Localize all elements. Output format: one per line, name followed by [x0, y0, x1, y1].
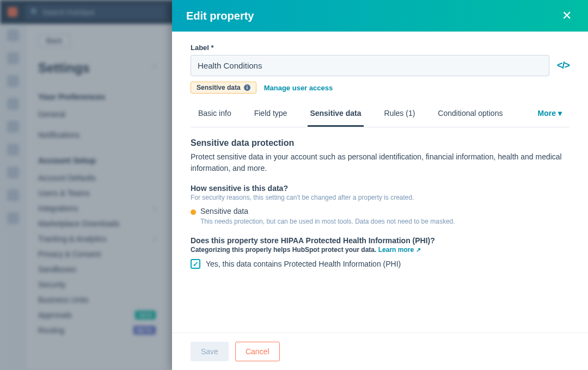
close-button[interactable]: ✕ [560, 9, 574, 23]
sensitive-protection-desc: Protect sensitive data in your account s… [191, 151, 569, 174]
sensitivity-level-desc: This needs protection, but can be used i… [200, 218, 569, 225]
cancel-button[interactable]: Cancel [235, 342, 280, 361]
sensitive-data-pill: Sensitive data i [191, 82, 256, 94]
property-tabs: Basic info Field type Sensitive data Rul… [191, 103, 569, 127]
sensitivity-dot-icon [191, 209, 196, 215]
learn-more-link[interactable]: Learn more ↗ [378, 246, 421, 254]
phi-checkbox[interactable]: ✓ [191, 259, 200, 269]
how-sensitive-note: For security reasons, this setting can't… [191, 194, 569, 201]
tab-rules[interactable]: Rules (1) [382, 103, 418, 127]
modal-header: Edit property ✕ [172, 0, 588, 32]
info-icon[interactable]: i [244, 84, 250, 91]
tab-field-type[interactable]: Field type [252, 103, 290, 127]
phi-checkbox-row[interactable]: ✓ Yes, this data contains Protected Heal… [191, 259, 569, 269]
manage-user-access-link[interactable]: Manage user access [264, 84, 333, 92]
tab-basic-info[interactable]: Basic info [196, 103, 234, 127]
label-text: Label [191, 44, 209, 52]
tab-more-label: More [538, 109, 556, 118]
external-link-icon: ↗ [416, 246, 421, 254]
chevron-down-icon: ▾ [558, 109, 562, 118]
tab-sensitive-data[interactable]: Sensitive data [308, 103, 363, 127]
phi-note: Categorizing this properly helps HubSpot… [191, 246, 569, 254]
modal-footer: Save Cancel [172, 332, 588, 370]
learn-more-label: Learn more [378, 246, 414, 254]
check-icon: ✓ [193, 260, 199, 268]
save-button[interactable]: Save [191, 342, 229, 361]
tab-more[interactable]: More ▾ [536, 103, 564, 127]
close-icon: ✕ [562, 9, 572, 23]
modal-title: Edit property [186, 10, 254, 22]
phi-checkbox-label: Yes, this data contains Protected Health… [206, 260, 401, 268]
how-sensitive-heading: How sensitive is this data? [191, 184, 569, 193]
sensitive-protection-heading: Sensitive data protection [191, 138, 569, 148]
label-field-label: Label * [191, 44, 569, 52]
label-input[interactable] [191, 55, 549, 76]
phi-heading: Does this property store HIPAA Protected… [191, 236, 569, 245]
edit-property-modal: Edit property ✕ Label * </> Sensitive da… [172, 0, 588, 370]
tab-conditional-options[interactable]: Conditional options [436, 103, 505, 127]
code-toggle-icon[interactable]: </> [557, 60, 569, 71]
sensitivity-level-row: Sensitive data [191, 207, 569, 215]
required-indicator: * [211, 44, 214, 52]
phi-note-text: Categorizing this properly helps HubSpot… [191, 246, 378, 254]
pill-label: Sensitive data [197, 84, 241, 91]
modal-body: Label * </> Sensitive data i Manage user… [172, 32, 588, 332]
sensitivity-level-label: Sensitive data [200, 207, 248, 215]
